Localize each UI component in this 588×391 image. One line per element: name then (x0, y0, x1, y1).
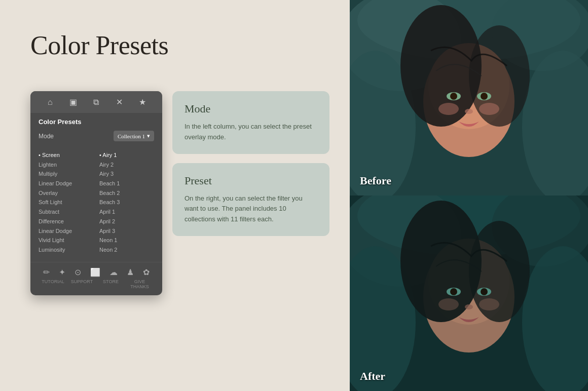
svg-point-14 (465, 109, 473, 114)
after-portrait (350, 196, 588, 391)
svg-rect-34 (350, 196, 588, 391)
person-icon[interactable]: ♟ (127, 267, 134, 277)
leaf-icon[interactable]: ✿ (143, 267, 150, 277)
info-cards: Mode In the left column, you can select … (172, 91, 329, 245)
list-item[interactable]: April 1 (99, 207, 154, 217)
photo-before: Before (350, 0, 588, 196)
list-item[interactable]: Overlay (39, 188, 93, 198)
preset-lists: Screen Lighten Multiply Linear Dodge Ove… (30, 146, 162, 259)
list-item[interactable]: Lighten (39, 160, 93, 170)
list-item[interactable]: Airy 1 (99, 150, 154, 160)
list-item[interactable]: Beach 2 (99, 188, 154, 198)
store-icon[interactable]: ⊙ (75, 267, 81, 277)
list-item[interactable]: Linear Dodge (39, 179, 93, 188)
svg-point-16 (479, 103, 499, 115)
mode-row: Mode Collection 1 ▾ (30, 129, 162, 146)
mode-label: Mode (39, 133, 54, 140)
panel-toolbar: ⌂ ▣ ⧉ ✕ ★ (30, 91, 162, 113)
preset-card: Preset On the right, you can select the … (172, 163, 329, 236)
tutorial-icon[interactable]: ✏ (43, 267, 50, 277)
list-item[interactable]: Linear Dodge (39, 226, 93, 236)
before-label: Before (360, 174, 391, 187)
plugin-title: Color Presets (30, 113, 162, 129)
footer-labels: TUTORIAL SUPPORT STORE GIVE THANKS (39, 279, 154, 289)
mode-card-text: In the left column, you can select the p… (185, 122, 317, 143)
develop-icon[interactable]: ⧉ (90, 98, 102, 107)
list-item[interactable]: Neon 2 (99, 245, 154, 255)
list-item[interactable]: Difference (39, 217, 93, 226)
list-item[interactable]: Soft Light (39, 198, 93, 207)
svg-point-9 (469, 25, 530, 127)
preset-card-text: On the right, you can select the filter … (185, 193, 317, 225)
footer-icons: ✏ ✦ ⊙ ⬜ ☁ ♟ ✿ (39, 267, 154, 277)
home-icon[interactable]: ⌂ (44, 98, 56, 107)
list-item[interactable]: Beach 1 (99, 179, 154, 188)
panel-footer: ✏ ✦ ⊙ ⬜ ☁ ♟ ✿ TUTORIAL SUPPORT STORE GIV… (30, 262, 162, 295)
after-label: After (360, 370, 385, 383)
list-item[interactable]: Airy 2 (99, 160, 154, 170)
tutorial-label: TUTORIAL (41, 279, 65, 289)
preset-card-title: Preset (185, 174, 317, 187)
mode-card-title: Mode (185, 102, 317, 115)
library-icon[interactable]: ▣ (67, 97, 79, 107)
page-title: Color Presets (30, 30, 329, 60)
support-label: SUPPORT (70, 279, 94, 289)
eraser-icon[interactable]: ⬜ (90, 267, 100, 277)
store-label: STORE (99, 279, 123, 289)
preset-list: Airy 1 Airy 2 Airy 3 Beach 1 Beach 2 Bea… (99, 150, 154, 255)
list-item[interactable]: April 3 (99, 226, 154, 236)
mode-value: Collection 1 (118, 133, 145, 139)
list-item[interactable]: Screen (39, 150, 93, 160)
before-portrait (350, 0, 588, 196)
svg-point-15 (438, 103, 459, 115)
chevron-down-icon: ▾ (147, 133, 150, 139)
list-item[interactable]: Neon 1 (99, 236, 154, 245)
list-item[interactable]: Luminosity (39, 245, 93, 255)
tools-icon[interactable]: ✕ (114, 97, 126, 107)
list-item[interactable]: Multiply (39, 169, 93, 179)
list-item[interactable]: Vivid Light (39, 236, 93, 245)
svg-point-13 (481, 93, 488, 100)
presets-icon[interactable]: ★ (136, 97, 149, 107)
support-icon[interactable]: ✦ (59, 267, 65, 277)
list-item[interactable]: April 2 (99, 217, 154, 226)
plugin-panel: ⌂ ▣ ⧉ ✕ ★ Color Presets Mode Collection … (30, 91, 162, 295)
photo-after: After (350, 196, 588, 391)
right-panel: Before (350, 0, 588, 391)
left-panel: Color Presets ⌂ ▣ ⧉ ✕ ★ Color Presets Mo… (0, 0, 350, 391)
mode-list: Screen Lighten Multiply Linear Dodge Ove… (39, 150, 93, 255)
list-item[interactable]: Beach 3 (99, 198, 154, 207)
thanks-label: GIVE THANKS (128, 279, 152, 289)
list-item[interactable]: Subtract (39, 207, 93, 217)
list-item[interactable]: Airy 3 (99, 169, 154, 179)
mode-card: Mode In the left column, you can select … (172, 91, 329, 154)
cloud-icon[interactable]: ☁ (109, 267, 118, 277)
mode-select[interactable]: Collection 1 ▾ (114, 131, 154, 141)
svg-point-12 (450, 93, 457, 100)
